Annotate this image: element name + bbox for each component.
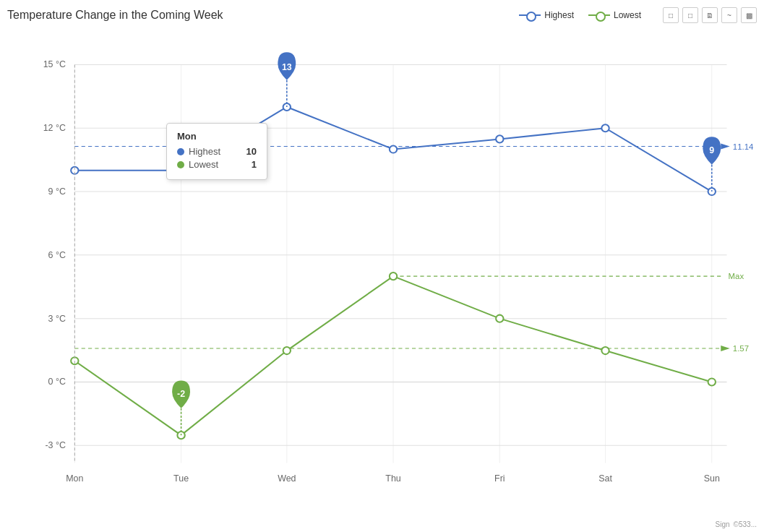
chart-area: 15 °C 12 °C 9 °C 6 °C 3 °C 0 °C -3 °C Mo… — [7, 29, 757, 503]
toolbar-icon-5[interactable]: ▩ — [741, 7, 757, 23]
highest-point-sat — [601, 124, 609, 132]
ylabel-15: 15 °C — [43, 60, 66, 70]
xlabel-sat: Sat — [598, 473, 612, 484]
marker-tue-label: -2 — [177, 389, 185, 399]
xlabel-thu: Thu — [385, 473, 400, 484]
lowest-point-wed — [283, 347, 291, 354]
xlabel-fri: Fri — [494, 473, 505, 484]
lowest-point-sat — [601, 347, 609, 354]
ref-arrow-highest — [721, 143, 729, 149]
lowest-point-sun — [708, 378, 716, 385]
lowest-point-thu — [390, 273, 397, 280]
footer-copy: ©533... — [734, 520, 757, 528]
max-label: Max — [729, 272, 744, 280]
footer-brand: Sign — [716, 520, 730, 528]
toolbar-icon-1[interactable]: □ — [663, 7, 679, 23]
legend-line-lowest — [588, 14, 610, 16]
legend-label-lowest: Lowest — [614, 10, 641, 20]
legend-item-lowest: Lowest — [588, 10, 641, 20]
highest-point-tue — [177, 167, 184, 174]
marker-sun-label: 9 — [709, 145, 714, 155]
ylabel-neg3: -3 °C — [45, 440, 66, 450]
legend: Highest Lowest — [519, 10, 641, 20]
highest-point-fri — [496, 135, 503, 142]
xlabel-wed: Wed — [278, 473, 296, 484]
xlabel-mon: Mon — [66, 473, 83, 484]
chart-svg: 15 °C 12 °C 9 °C 6 °C 3 °C 0 °C -3 °C Mo… — [7, 29, 757, 503]
ylabel-12: 12 °C — [43, 123, 66, 133]
ref-label-highest: 11.14 — [733, 142, 754, 151]
chart-title: Temperature Change in the Coming Week — [7, 9, 223, 22]
lowest-point-fri — [496, 315, 503, 322]
toolbar-icon-2[interactable]: □ — [682, 7, 698, 23]
ylabel-6: 6 °C — [48, 250, 66, 260]
toolbar: □ □ 🗎 ~ ▩ — [663, 7, 757, 23]
ref-arrow-lowest — [721, 346, 729, 351]
legend-label-highest: Highest — [544, 10, 574, 20]
highest-point-sun — [708, 188, 716, 195]
xlabel-tue: Tue — [173, 473, 189, 484]
chart-header: Temperature Change in the Coming Week Hi… — [7, 7, 757, 23]
ref-label-lowest: 1.57 — [733, 344, 749, 353]
legend-item-highest: Highest — [519, 10, 574, 20]
highest-point-thu — [390, 145, 397, 153]
xlabel-sun: Sun — [704, 473, 720, 484]
ylabel-9: 9 °C — [48, 186, 66, 197]
legend-line-highest — [519, 14, 541, 16]
ylabel-0: 0 °C — [48, 377, 66, 387]
ylabel-3: 3 °C — [48, 314, 66, 324]
chart-footer: Sign ©533... — [716, 520, 757, 528]
chart-container: Temperature Change in the Coming Week Hi… — [0, 0, 764, 532]
marker-wed-label: 13 — [282, 62, 292, 72]
toolbar-icon-4[interactable]: ~ — [721, 7, 737, 23]
toolbar-icon-3[interactable]: 🗎 — [702, 7, 718, 23]
